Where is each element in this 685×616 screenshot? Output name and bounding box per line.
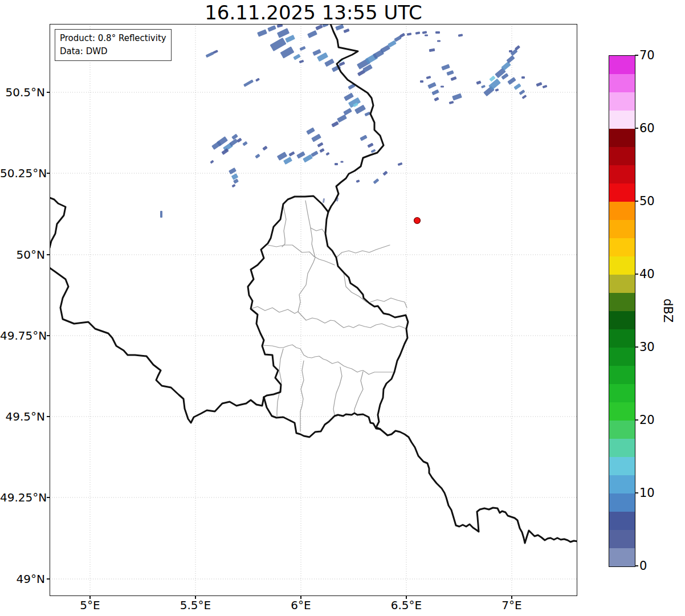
radar-echo [331,121,339,128]
radar-echo [435,31,440,34]
colorbar-tick-mark [635,346,638,347]
radar-echo [243,79,254,87]
y-tick-label: 50°N [0,248,45,262]
y-tick-mark [47,335,50,336]
national-border [50,198,66,248]
product-label: Product: 0.8° Reflectivity [60,32,166,45]
x-tick-label: 6.5°E [391,598,422,612]
district-border [268,245,314,256]
radar-echo [213,50,218,54]
radar-echo [521,76,525,79]
radar-echo [431,89,439,96]
radar-echo [323,198,325,203]
weather-radar-figure: 16.11.2025 13:55 UTC Product: 0.8° Refle… [0,0,685,616]
radar-echo [407,32,412,35]
colorbar [609,55,635,567]
radar-echo [495,88,499,92]
colorbar-segment [609,457,635,475]
radar-echo [476,80,481,84]
y-tick-mark [47,416,50,417]
radar-echo [360,135,367,141]
radar-echo [335,24,344,30]
y-tick-label: 49.5°N [0,410,45,423]
figure-title: 16.11.2025 13:55 UTC [50,0,577,24]
district-border [354,372,363,413]
radar-echo [285,35,295,43]
radar-echo [283,157,292,165]
colorbar-tick-label: 60 [639,121,655,135]
colorbar-segment [609,56,635,74]
radar-echo [262,146,267,151]
radar-echo [446,70,454,76]
x-tick-label: 5°E [80,598,100,612]
radar-echo [519,89,525,95]
colorbar-tick-mark [635,492,638,493]
colorbar-tick-label: 50 [639,194,655,208]
data-source-label: Data: DWD [60,45,166,58]
radar-echo [206,52,214,58]
district-border [311,228,325,234]
radar-echo [319,148,324,153]
colorbar-tick-label: 40 [639,267,655,281]
radar-echo [536,82,542,87]
radar-echo [452,93,462,101]
colorbar-segment [609,202,635,220]
district-border [333,367,342,415]
x-tick-label: 6°E [291,598,311,612]
colorbar-segment [609,275,635,293]
radar-echo [434,97,439,101]
radar-echo [231,134,238,140]
colorbar-tick-mark [635,55,638,55]
x-tick-label: 7°E [501,598,521,612]
radar-echo [322,24,328,27]
y-tick-label: 50.5°N [0,85,45,99]
y-tick-mark [47,578,50,579]
radar-echo [210,160,214,164]
colorbar-segment [609,74,635,92]
y-tick-mark [47,254,50,255]
radar-echo [450,76,456,81]
colorbar-tick-label: 30 [639,340,655,354]
colorbar-segment [609,238,635,256]
product-info-box: Product: 0.8° Reflectivity Data: DWD [55,29,172,61]
colorbar-segment [609,256,635,275]
colorbar-segment [609,129,635,147]
radar-echo [382,171,388,176]
radar-echo [324,59,335,67]
national-border [325,24,408,429]
radar-echo [343,108,352,115]
radar-echo [312,49,321,56]
radar-echo [255,154,260,159]
x-tick-label: 5.5°E [180,598,211,612]
radar-echo [315,25,323,31]
radar-echo [356,180,360,183]
radar-echo [513,83,521,90]
radar-echo [341,161,344,163]
colorbar-segment [609,329,635,348]
radar-echo [325,152,329,156]
colorbar-segment [609,92,635,111]
radar-echo [303,154,313,163]
radar-echo [160,211,162,218]
radar-echo [270,38,286,51]
colorbar-segment [609,165,635,183]
radar-echo [231,184,235,187]
radar-echo [427,82,437,89]
district-border [314,256,335,265]
radar-echo [344,93,354,101]
y-tick-label: 49.75°N [0,329,45,342]
colorbar-segment [609,384,635,402]
radar-echo [509,50,512,52]
colorbar-segment [609,475,635,493]
radar-echo [307,30,317,38]
radar-echo [280,46,294,58]
colorbar-tick-mark [635,201,638,201]
colorbar-segment [609,421,635,439]
radar-echo [288,151,295,156]
radar-echo [371,149,376,153]
radar-echo [422,31,427,34]
radar-echo [277,28,290,38]
colorbar-segments [609,56,635,566]
radar-echo [458,34,463,36]
radar-echo [257,29,267,36]
